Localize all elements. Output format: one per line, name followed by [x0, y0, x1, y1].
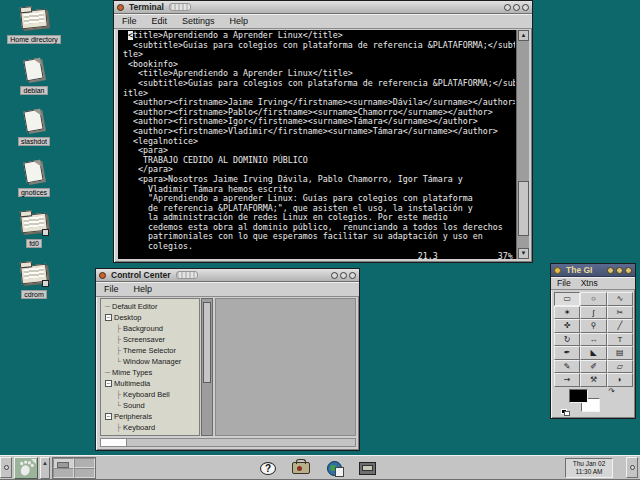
gnome-configuration-launcher[interactable] — [288, 457, 314, 479]
color-picker-tool-icon[interactable]: ✒ — [554, 346, 580, 360]
desktop-icon-slashdot[interactable]: slashdot — [6, 108, 62, 146]
panel-hide-right-button[interactable] — [626, 457, 638, 478]
desktop-icon-fd0[interactable]: fd0 — [6, 210, 62, 248]
gimp-titlebar[interactable]: The GI — [551, 264, 635, 277]
clock-applet[interactable]: Thu Jan 02 11:30 AM — [565, 458, 613, 478]
scrollbar-thumb[interactable] — [203, 302, 211, 384]
text-tool-icon[interactable]: T — [607, 333, 633, 347]
scrollbar-thumb[interactable] — [518, 181, 529, 236]
tree-line: ─ — [105, 303, 110, 310]
flip-tool-icon[interactable]: ↔ — [580, 333, 606, 347]
close-button[interactable] — [522, 4, 529, 11]
menu-edit[interactable]: Edit — [152, 16, 168, 26]
scroll-up-icon[interactable]: ▲ — [518, 30, 529, 41]
workspace-4[interactable] — [74, 468, 95, 478]
maximize-button[interactable] — [513, 4, 520, 11]
desktop-icon-label: slashdot — [18, 137, 50, 146]
menu-help[interactable]: Help — [134, 284, 153, 294]
tree-item-default-editor[interactable]: ─Default Editor — [101, 301, 199, 312]
tree-item-theme-selector[interactable]: ├Theme Selector — [101, 345, 199, 356]
transform-tool-icon[interactable]: ↻ — [554, 333, 580, 347]
menu-file[interactable]: File — [122, 16, 137, 26]
tasklist-arrow-button[interactable]: ▲ — [40, 457, 50, 479]
swap-colors-icon[interactable]: ↷ — [608, 387, 615, 396]
foreground-color-swatch[interactable] — [569, 389, 588, 403]
menu-file[interactable]: File — [104, 284, 119, 294]
terminal-text[interactable]: <title>Aprendiendo a Aprender Linux</tit… — [123, 31, 515, 259]
convolve-tool-icon[interactable]: ◗ — [607, 373, 633, 387]
hide-arrow-icon — [4, 465, 9, 470]
menu-file[interactable]: File — [557, 278, 571, 288]
terminal-screen[interactable]: <title>Aprendiendo a Aprender Linux</tit… — [118, 30, 529, 259]
desktop-icon-label: Home directory — [7, 35, 60, 44]
tree-line: └ — [116, 435, 121, 436]
terminal-emulator-launcher[interactable] — [354, 457, 380, 479]
scissors-tool-icon[interactable]: ✂ — [607, 306, 633, 320]
drive-badge-icon — [42, 229, 49, 236]
close-button[interactable] — [349, 272, 356, 279]
minimize-button[interactable] — [607, 267, 614, 274]
tree-item-multimedia[interactable]: –Multimedia — [101, 378, 199, 389]
workspace-2[interactable] — [74, 458, 95, 468]
tree-scrollbar[interactable] — [201, 298, 213, 436]
rect-select-tool-icon[interactable]: ▭ — [554, 292, 580, 306]
web-browser-launcher[interactable] — [321, 457, 347, 479]
collapse-icon[interactable]: – — [105, 380, 112, 387]
tree-item-keyboard[interactable]: ├Keyboard — [101, 422, 199, 433]
close-button[interactable] — [625, 267, 632, 274]
collapse-icon[interactable]: – — [105, 314, 112, 321]
collapse-icon[interactable]: – — [105, 413, 112, 420]
tree-item-screensaver[interactable]: ├Screensaver — [101, 334, 199, 345]
desktop-icon-home-directory[interactable]: Home directory — [6, 6, 62, 44]
tree-line: ├ — [116, 336, 121, 343]
pencil-tool-icon[interactable]: ✎ — [554, 360, 580, 374]
tree-item-sound[interactable]: └Sound — [101, 400, 199, 411]
tree-item-background[interactable]: ├Background — [101, 323, 199, 334]
blend-tool-icon[interactable]: ▤ — [607, 346, 633, 360]
clone-tool-icon[interactable]: ⚒ — [580, 373, 606, 387]
bezier-select-tool-icon[interactable]: ʃ — [580, 306, 606, 320]
maximize-button[interactable] — [616, 267, 623, 274]
move-tool-icon[interactable]: ✜ — [554, 319, 580, 333]
paintbrush-tool-icon[interactable]: ✐ — [580, 360, 606, 374]
magnify-tool-icon[interactable]: ⚲ — [580, 319, 606, 333]
tree-item-window-manager[interactable]: └Window Manager — [101, 356, 199, 367]
tree-item-desktop[interactable]: –Desktop — [101, 312, 199, 323]
tree-item-mouse[interactable]: └Mouse — [101, 433, 199, 436]
panel-hide-left-button[interactable] — [0, 457, 12, 478]
clock-date: Thu Jan 02 — [573, 460, 606, 468]
menu-settings[interactable]: Settings — [182, 16, 215, 26]
tree-item-keyboard-bell[interactable]: ├Keyboard Bell — [101, 389, 199, 400]
minimize-button[interactable] — [504, 4, 511, 11]
bucket-fill-tool-icon[interactable]: ◣ — [580, 346, 606, 360]
terminal-emulator-icon — [359, 462, 376, 475]
minimize-button[interactable] — [331, 272, 338, 279]
desktop: { "desktop": { "background_color": "#0d6… — [0, 0, 640, 480]
maximize-button[interactable] — [340, 272, 347, 279]
control-center-titlebar[interactable]: Control Center — [96, 269, 359, 282]
menu-xtns[interactable]: Xtns — [581, 278, 598, 288]
default-colors-icon[interactable] — [561, 409, 570, 416]
main-menu-button[interactable] — [14, 457, 38, 479]
ellipse-select-tool-icon[interactable]: ○ — [580, 292, 606, 306]
desktop-icon-debian[interactable]: debian — [6, 57, 62, 95]
terminal-scrollbar[interactable]: ▲ ▼ — [516, 30, 529, 259]
menu-help[interactable]: Help — [230, 16, 249, 26]
desktop-icon-cdrom[interactable]: cdrom — [6, 261, 62, 299]
airbrush-tool-icon[interactable]: ⇝ — [554, 373, 580, 387]
workspace-1[interactable] — [53, 458, 74, 468]
control-center-menubar: FileHelp — [96, 282, 359, 297]
titlebar-grip[interactable] — [169, 3, 191, 11]
crop-tool-icon[interactable]: ╱ — [607, 319, 633, 333]
tree-item-mime-types[interactable]: ─Mime Types — [101, 367, 199, 378]
terminal-titlebar[interactable]: Terminal — [114, 1, 532, 14]
titlebar-grip[interactable] — [176, 271, 198, 279]
desktop-icon-gnotices[interactable]: gnotices — [6, 159, 62, 197]
help-browser-launcher[interactable]: ? — [255, 457, 281, 479]
scroll-down-icon[interactable]: ▼ — [518, 248, 529, 259]
workspace-3[interactable] — [53, 468, 74, 478]
tree-item-peripherals[interactable]: –Peripherals — [101, 411, 199, 422]
fuzzy-select-tool-icon[interactable]: ✶ — [554, 306, 580, 320]
free-select-tool-icon[interactable]: ∿ — [607, 292, 633, 306]
eraser-tool-icon[interactable]: ▱ — [607, 360, 633, 374]
